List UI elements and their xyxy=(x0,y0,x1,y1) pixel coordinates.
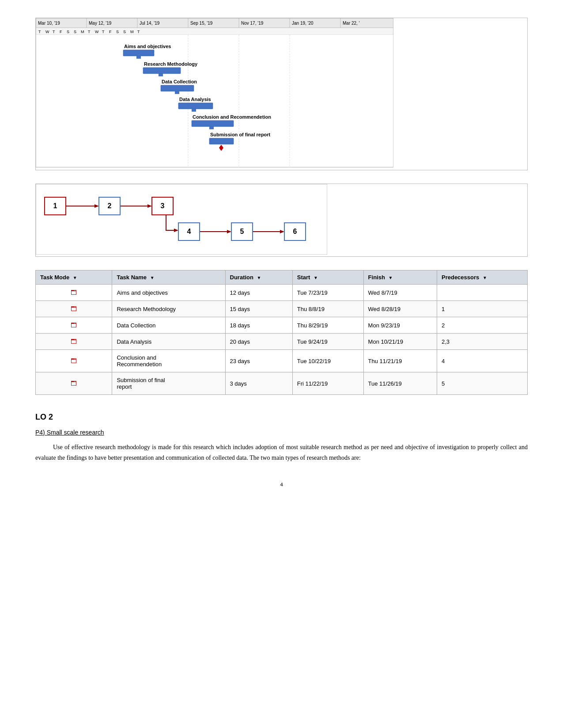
gantt-chart: Mar 10, '19 May 12, '19 Jul 14, '19 Sep … xyxy=(35,18,528,170)
start-cell: Thu 8/29/19 xyxy=(292,317,363,334)
svg-text:F: F xyxy=(109,30,112,34)
task-name-cell: Data Analysis xyxy=(112,334,225,350)
start-cell: Fri 11/22/19 xyxy=(292,372,363,395)
svg-rect-38 xyxy=(143,68,181,74)
pred-cell xyxy=(437,285,527,301)
svg-text:T: T xyxy=(38,30,41,34)
table-row: 🗔 Data Collection 18 days Thu 8/29/19 Mo… xyxy=(36,317,528,334)
start-cell: Tue 9/24/19 xyxy=(292,334,363,350)
finish-cell: Wed 8/28/19 xyxy=(363,301,437,317)
network-svg: 1 2 3 4 5 6 xyxy=(36,184,327,255)
lo2-section: LO 2 P4) Small scale research Use of eff… xyxy=(35,413,528,463)
svg-text:S: S xyxy=(74,30,76,34)
svg-text:T: T xyxy=(53,30,55,34)
svg-text:S: S xyxy=(116,30,119,34)
start-cell: Tue 10/22/19 xyxy=(292,350,363,372)
p4-link[interactable]: P4) Small scale research xyxy=(35,429,528,436)
svg-rect-35 xyxy=(123,50,154,56)
svg-rect-53 xyxy=(36,184,327,255)
svg-rect-30 xyxy=(36,35,393,167)
svg-text:3: 3 xyxy=(161,202,165,210)
table-row: 🗔 Submission of finalreport 3 days Fri 1… xyxy=(36,372,528,395)
task-mode-icon: 🗔 xyxy=(40,380,107,387)
col-header-task-name[interactable]: Task Name ▼ xyxy=(112,270,225,285)
task-name-cell: Conclusion andRecommendetion xyxy=(112,350,225,372)
svg-text:T: T xyxy=(137,30,140,34)
svg-text:4: 4 xyxy=(187,228,191,235)
pred-cell: 5 xyxy=(437,372,527,395)
svg-text:M: M xyxy=(81,30,84,34)
finish-cell: Wed 8/7/19 xyxy=(363,285,437,301)
svg-rect-39 xyxy=(159,74,163,76)
gantt-svg: Mar 10, '19 May 12, '19 Jul 14, '19 Sep … xyxy=(36,18,393,168)
svg-text:Research Methodology: Research Methodology xyxy=(144,61,198,67)
svg-text:6: 6 xyxy=(293,228,297,235)
col-header-duration[interactable]: Duration ▼ xyxy=(225,270,292,285)
duration-cell: 23 days xyxy=(225,350,292,372)
pred-cell: 4 xyxy=(437,350,527,372)
svg-text:W: W xyxy=(95,30,99,34)
svg-text:May 12, '19: May 12, '19 xyxy=(89,21,112,26)
svg-rect-48 xyxy=(209,127,214,129)
svg-text:Sep 15, '19: Sep 15, '19 xyxy=(190,21,213,26)
task-mode-icon: 🗔 xyxy=(40,289,107,296)
svg-text:T: T xyxy=(102,30,105,34)
svg-text:Data Analysis: Data Analysis xyxy=(179,97,211,102)
svg-rect-42 xyxy=(175,91,179,94)
body-text: Use of effective research methodology is… xyxy=(35,442,528,463)
svg-rect-41 xyxy=(161,85,194,91)
table-row: 🗔 Conclusion andRecommendetion 23 days T… xyxy=(36,350,528,372)
col-header-finish[interactable]: Finish ▼ xyxy=(363,270,437,285)
svg-text:W: W xyxy=(45,30,49,34)
task-mode-icon: 🗔 xyxy=(40,338,107,345)
task-name-cell: Research Methodology xyxy=(112,301,225,317)
svg-text:M: M xyxy=(130,30,134,34)
table-row: 🗔 Research Methodology 15 days Thu 8/8/1… xyxy=(36,301,528,317)
svg-text:Data Collection: Data Collection xyxy=(162,79,197,84)
duration-cell: 20 days xyxy=(225,334,292,350)
page-number: 4 xyxy=(35,481,528,488)
task-mode-icon: 🗔 xyxy=(40,322,107,329)
table-row: 🗔 Aims and objectives 12 days Tue 7/23/1… xyxy=(36,285,528,301)
task-mode-icon: 🗔 xyxy=(40,305,107,312)
col-header-predecessors[interactable]: Predecessors ▼ xyxy=(437,270,527,285)
svg-text:S: S xyxy=(67,30,69,34)
col-header-task-mode[interactable]: Task Mode ▼ xyxy=(36,270,112,285)
svg-text:Mar 10, '19: Mar 10, '19 xyxy=(38,21,60,26)
svg-text:Mar 22, ': Mar 22, ' xyxy=(343,21,360,26)
pred-cell: 1 xyxy=(437,301,527,317)
task-name-cell: Data Collection xyxy=(112,317,225,334)
network-diagram: 1 2 3 4 5 6 xyxy=(35,184,528,257)
svg-text:T: T xyxy=(88,30,91,34)
duration-cell: 18 days xyxy=(225,317,292,334)
svg-text:Submission of final report: Submission of final report xyxy=(210,132,271,137)
svg-text:Jul 14, '19: Jul 14, '19 xyxy=(140,21,160,26)
table-row: 🗔 Data Analysis 20 days Tue 9/24/19 Mon … xyxy=(36,334,528,350)
svg-text:Aims and objectives: Aims and objectives xyxy=(124,44,171,49)
start-cell: Tue 7/23/19 xyxy=(292,285,363,301)
duration-cell: 15 days xyxy=(225,301,292,317)
task-mode-icon: 🗔 xyxy=(40,357,107,364)
task-table: Task Mode ▼ Task Name ▼ Duration ▼ Start… xyxy=(35,270,528,395)
svg-text:Nov 17, '19: Nov 17, '19 xyxy=(241,21,264,26)
duration-cell: 12 days xyxy=(225,285,292,301)
finish-cell: Mon 10/21/19 xyxy=(363,334,437,350)
task-name-cell: Aims and objectives xyxy=(112,285,225,301)
col-header-start[interactable]: Start ▼ xyxy=(292,270,363,285)
start-cell: Thu 8/8/19 xyxy=(292,301,363,317)
svg-text:1: 1 xyxy=(53,202,57,210)
task-name-cell: Submission of finalreport xyxy=(112,372,225,395)
pred-cell: 2 xyxy=(437,317,527,334)
svg-rect-45 xyxy=(192,109,196,112)
pred-cell: 2,3 xyxy=(437,334,527,350)
svg-text:S: S xyxy=(123,30,126,34)
lo2-heading: LO 2 xyxy=(35,413,528,422)
svg-text:F: F xyxy=(60,30,62,34)
svg-rect-47 xyxy=(192,120,234,127)
svg-rect-50 xyxy=(209,138,234,144)
svg-rect-44 xyxy=(178,103,213,109)
svg-text:2: 2 xyxy=(108,202,112,210)
svg-rect-36 xyxy=(136,56,141,59)
svg-text:5: 5 xyxy=(240,228,244,235)
svg-text:Jan 19, '20: Jan 19, '20 xyxy=(292,21,314,26)
